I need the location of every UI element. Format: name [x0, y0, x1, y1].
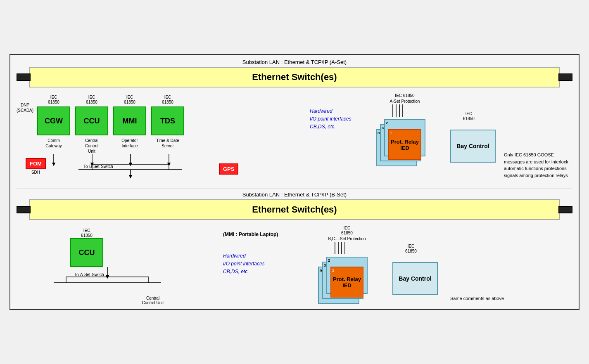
bottom-section-content: IEC61850 CCU To-A-Set-Switch	[17, 223, 572, 305]
top-a-set-prot: A-Set Protection	[376, 99, 434, 104]
top-right-area: HardwiredI/O point interfacesCB,DS, etc.…	[297, 91, 572, 183]
iec-cgw: IEC61850	[48, 95, 59, 105]
mmi-box: MMI	[113, 106, 146, 135]
bottom-prot-relay-label: Prot. Relay IED	[331, 276, 363, 288]
iec-mmi: IEC61850	[124, 95, 135, 105]
stack-num-2: 2	[386, 121, 388, 125]
top-eth-switch: Ethernet Switch(es)	[29, 67, 560, 87]
cgw-desc: CommGateway	[45, 138, 62, 149]
top-bay-control-box: Bay Control	[450, 130, 496, 163]
iec-tds: IEC61850	[162, 95, 173, 105]
bottom-ied-stack: n 3 2 Prot. Relay IED 1	[318, 254, 376, 304]
top-devices-row: IEC61850 CGW CommGateway IEC61850 CCU Ce…	[17, 91, 297, 154]
fom-area: FOM SDH	[26, 158, 46, 175]
device-mmi: IEC61850 MMI OperatorInterface	[113, 95, 146, 149]
top-bay-control-col: IEC61850 Bay Control	[442, 111, 496, 163]
bottom-section-label: Substation LAN : Ethernet & TCP/IP (B-Se…	[17, 191, 572, 198]
hardwired-col: HardwiredI/O point interfacesCB,DS, etc.	[310, 99, 368, 131]
device-tds: IEC61850 TDS Time & DateServer	[151, 95, 184, 149]
bottom-left-area: IEC61850 CCU To-A-Set-Switch	[17, 223, 215, 305]
bottom-hardwired-text: HardwiredI/O point interfacesCB,DS, etc.	[223, 252, 265, 276]
top-prot-relay-box: Prot. Relay IED 1	[388, 129, 421, 160]
top-ied-stack: n 3 2 Prot. Relay IED 1	[376, 117, 434, 166]
bottom-iec-ccu: IEC61850	[81, 228, 93, 238]
goose-text: Only IEC 61850 GOOSE messages are used f…	[504, 151, 572, 179]
bottom-iec-right2: IEC61850	[384, 244, 438, 254]
bottom-bay-control-box: Bay Control	[392, 262, 438, 295]
mid-separator	[17, 189, 572, 189]
bottom-ied-col: IEC61850 B,C...-Set Protection n 3	[318, 226, 376, 304]
bottom-ccu-box: CCU	[70, 238, 103, 267]
bottom-ccu-desc: CentralControl Unit	[91, 296, 215, 305]
svg-text:To-A-Set-Switch: To-A-Set-Switch	[74, 272, 104, 277]
bottom-comments-col: Same comments as above	[450, 296, 504, 305]
top-prot-relay-label: Prot. Relay IED	[389, 139, 420, 151]
dnp-label: DNP(SCADA)	[17, 102, 33, 113]
ccu-desc: CentralControlUnit	[85, 138, 98, 154]
bottom-connectors-svg: To-A-Set-Switch	[41, 267, 198, 300]
device-ccu: IEC61850 CCU CentralControlUnit	[75, 95, 108, 154]
top-iec-right2: IEC61850	[442, 111, 496, 121]
stack-num-1: 1	[390, 131, 392, 135]
stack-num-3: 3	[382, 126, 384, 130]
bottom-bay-control-col: IEC61850 Bay Control	[384, 244, 438, 295]
device-cgw: IEC61850 CGW CommGateway	[37, 95, 70, 149]
bottom-eth-switch: Ethernet Switch(es)	[29, 199, 560, 220]
bottom-prot-relay-box: Prot. Relay IED 1	[330, 267, 363, 298]
bot-stack-num-3: 3	[324, 263, 326, 267]
top-left-area: DNP(SCADA) IEC61850 CGW CommGateway IEC6…	[17, 91, 297, 183]
goose-text-col: Only IEC 61850 GOOSE messages are used f…	[504, 147, 572, 183]
bot-stack-num-2: 2	[328, 258, 330, 262]
bottom-middle-area: (MMI : Portable Laptop) HardwiredI/O poi…	[215, 223, 314, 305]
top-iec-right1: IEC 61850	[376, 93, 434, 98]
tds-desc: Time & DateServer	[156, 138, 179, 149]
bottom-right-area: IEC61850 B,C...-Set Protection n 3	[314, 223, 572, 305]
diagram: Substation LAN : Ethernet & TCP/IP (A-Se…	[10, 54, 580, 310]
bottom-vlines	[318, 242, 376, 254]
ccu-box: CCU	[75, 106, 108, 135]
top-section-label: Substation LAN : Ethernet & TCP/IP (A-Se…	[17, 59, 572, 65]
fom-sub-label: SDH	[31, 170, 40, 175]
iec-ccu: IEC61850	[86, 95, 97, 105]
bottom-bc-set-prot: B,C...-Set Protection	[318, 236, 376, 241]
bottom-same-comments: Same comments as above	[450, 296, 504, 301]
top-connectors-svg: To-B-Set-Switch	[37, 154, 293, 183]
bot-stack-num-n: n	[320, 268, 322, 272]
mmi-desc: OperatorInterface	[121, 138, 138, 149]
stack-num-n: n	[378, 131, 380, 135]
bot-stack-num-1: 1	[332, 268, 334, 272]
top-section-content: DNP(SCADA) IEC61850 CGW CommGateway IEC6…	[17, 91, 572, 183]
bottom-iec-right1: IEC61850	[318, 226, 376, 236]
top-vlines	[376, 104, 434, 117]
gps-box: GPS	[219, 163, 238, 175]
top-ied-col: IEC 61850 A-Set Protection n 3	[376, 93, 434, 166]
gps-area: GPS	[219, 163, 238, 175]
tds-box: TDS	[151, 106, 184, 135]
hardwired-text: HardwiredI/O point interfacesCB,DS, etc.	[310, 107, 368, 131]
bottom-ccu-col: IEC61850 CCU	[66, 228, 107, 267]
cgw-box: CGW	[37, 106, 70, 135]
fom-box: FOM	[26, 158, 46, 169]
bottom-mmi-label: (MMI : Portable Laptop)	[223, 232, 278, 237]
svg-text:To-B-Set-Switch: To-B-Set-Switch	[83, 164, 113, 169]
